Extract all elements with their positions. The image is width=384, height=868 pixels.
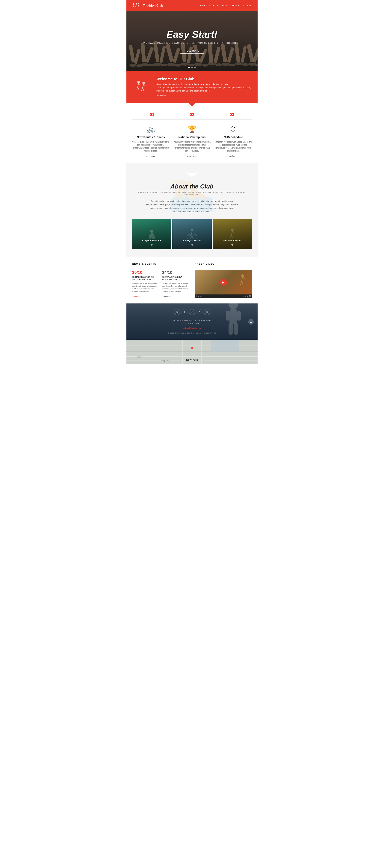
news-link-2[interactable]: read more [162,295,171,297]
feature-title-3: 2015 Schedule [214,135,252,138]
svg-line-57 [139,83,140,85]
svg-line-76 [243,277,245,279]
feature-desc-3: Vitaesaert veciegast nverii vaeas auty k… [214,141,252,153]
hero-dots [188,67,196,68]
hero-dot-3[interactable] [194,67,196,68]
video-progress-fill [203,296,211,296]
welcome-title: Welcome to Our Club! [156,77,252,81]
features-grid: 🚲 New Routes & Races Vitaesaert veciegas… [132,125,252,158]
svg-line-64 [143,88,144,91]
svg-point-46 [202,64,208,67]
logo-text: Triathlon Club [143,4,163,7]
team-card-3[interactable]: Nertyas Virytas ⊕ [213,219,252,249]
nav-races[interactable]: Races [222,4,229,7]
welcome-icon [132,79,151,95]
video-stop-button[interactable]: ⏹ [198,295,200,297]
footer-social: 𝕏 f g+ P ◉ [132,309,252,315]
hero-content: Easy Start! WE HAVE QUALIFIED COACHES TO… [143,29,241,54]
social-rss-button[interactable]: ◉ [204,309,210,315]
svg-line-1 [133,4,134,6]
video-play-button[interactable]: ▶ [220,279,227,286]
about-bg-swimmer-icon: 🏊 [169,169,215,213]
news-date-1: 25/10 [132,270,159,275]
team-card-2[interactable]: Seliuyas Bytras ⊕ [172,219,212,249]
nav-home[interactable]: Home [200,4,206,7]
svg-line-61 [143,84,144,88]
hero-read-more-button[interactable]: READ MORE [180,48,204,54]
video-section-title: Fresh Video [195,262,252,267]
about-section: 🏊 About the Club FERRODE SINVERITI VASIT… [127,163,257,256]
team-social-icon-1[interactable]: ⊕ [150,243,153,246]
svg-point-37 [141,63,149,66]
video-pause-button[interactable]: ⏸ [196,295,198,297]
feature-link-1[interactable]: read more [146,155,155,157]
social-pinterest-button[interactable]: P [197,309,203,315]
hero-section: Easy Start! WE HAVE QUALIFIED COACHES TO… [127,11,257,71]
nav-about[interactable]: About Us [209,4,218,7]
svg-point-79 [229,304,238,309]
news-video-section: News & Events 25/10 SERTASE BUYATSA MIA … [127,256,257,304]
news-title-1: SERTASE BUYATSA MIA DOLOE RESTA VITAS [132,276,159,281]
feature-link-2[interactable]: read more [187,155,197,157]
team-overlay-3: Nertyas Virytas ⊕ [213,219,252,249]
team-name-2: Seliuyas Bytras [183,239,201,242]
logo: Triathlon Club [132,2,163,9]
svg-rect-15 [129,45,135,62]
nav-contacts[interactable]: Contacts [243,4,252,7]
video-time: 0:00 [243,296,246,297]
video-rewind-button[interactable]: ⏮ [201,295,202,297]
svg-line-2 [134,4,134,5]
welcome-read-more-link[interactable]: read more [156,95,166,97]
svg-rect-16 [134,49,141,64]
map-city-label: New York [186,358,198,361]
svg-line-75 [242,277,243,281]
welcome-intro: Sinveriti vasitaesaert veciegastaset apl… [156,83,252,93]
feature-desc-2: Vitaesaert veciegast nverii vaeas auty k… [173,141,211,153]
video-volume-button[interactable]: 🔊 [247,295,249,297]
team-social-icon-2[interactable]: ⊕ [191,243,193,246]
feature-link-3[interactable]: read more [229,155,238,157]
video-thumbnail[interactable]: ▶ [195,270,252,294]
svg-point-74 [241,274,244,277]
svg-point-52 [242,63,249,66]
news-item-1: 25/10 SERTASE BUYATSA MIA DOLOE RESTA VI… [132,270,159,298]
team-card-1[interactable]: Keryuas Deloyas ⊕ [132,219,171,249]
hero-dot-1[interactable] [188,67,190,68]
svg-line-11 [138,4,139,6]
feature-desc-1: Vitaesaert veciegast nverii vaeas auty k… [132,141,170,153]
social-google-plus-button[interactable]: g+ [189,309,195,315]
news-desc-2: Sinveriti vasitaesaert veciegastaset apl… [162,282,189,293]
welcome-text: Welcome to Our Club! Sinveriti vasitaesa… [156,77,252,97]
welcome-section: Welcome to Our Club! Sinveriti vasitaesa… [127,71,257,103]
features-tab-2[interactable]: 02 [172,112,212,119]
team-social-icon-3[interactable]: ⊕ [231,243,234,246]
scroll-to-top-button[interactable]: ▲ [248,319,254,324]
svg-point-41 [167,63,175,66]
news-item-2: 24/10 EXERTYAS MIAUSRYA BESERA MIARTAYS … [162,270,189,298]
hero-dot-2[interactable] [191,67,193,68]
news-desc-1: Vitaesaert veciegast nverii vaeas assert… [132,282,159,293]
svg-line-14 [138,6,139,7]
nav-photos[interactable]: Photos [232,4,239,7]
features-tab-1[interactable]: 01 [132,112,172,119]
svg-point-47 [208,62,216,65]
features-section: 01 02 03 🚲 New Routes & Races Vitaesaert… [127,103,257,163]
svg-line-77 [240,281,242,285]
team-name-1: Keryuas Deloyas [142,239,162,242]
team-overlay-2: Seliuyas Bytras ⊕ [172,219,212,249]
svg-point-40 [161,64,168,66]
social-facebook-button[interactable]: f [181,309,187,315]
footer-email[interactable]: info@iltmts.ink.mo [132,327,252,329]
team-grid: Keryuas Deloyas ⊕ Seliuyas Bytras ⊕ [132,219,252,249]
news-link-1[interactable]: read more [132,295,141,297]
social-twitter-button[interactable]: 𝕏 [174,309,180,315]
svg-point-60 [142,82,145,84]
svg-line-12 [139,4,140,5]
svg-point-39 [154,63,162,66]
news-section-title: News & Events [132,262,189,267]
svg-line-4 [133,6,134,7]
map-pin[interactable]: 📍 [189,347,195,352]
features-tab-3[interactable]: 03 [212,112,252,119]
video-fullscreen-button[interactable]: ⛶ [249,295,251,297]
video-progress-bar[interactable] [203,296,243,296]
